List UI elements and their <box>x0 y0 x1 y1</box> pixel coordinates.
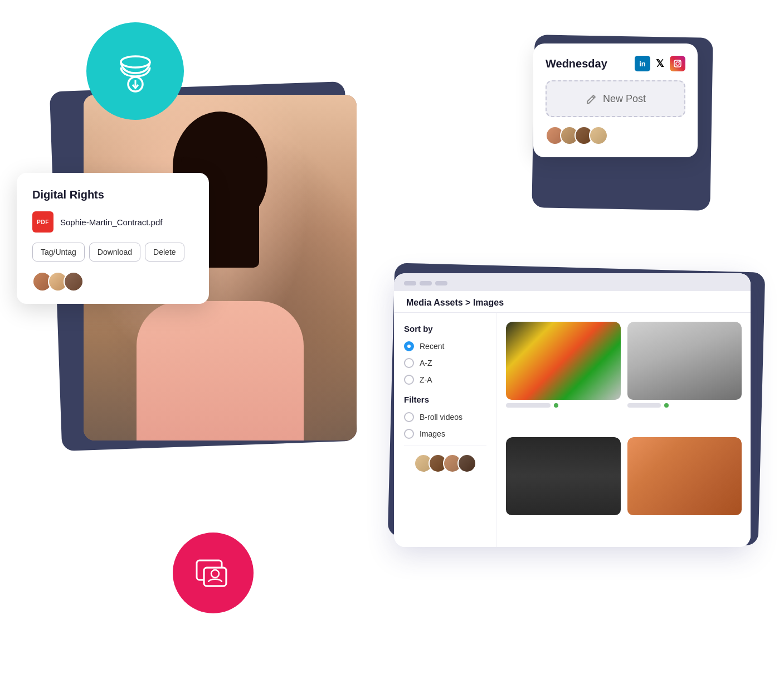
person-card-icon <box>194 554 233 593</box>
filter-images[interactable]: Images <box>404 429 486 439</box>
media-item[interactable] <box>627 437 742 538</box>
action-buttons: Tag/Untag Download Delete <box>32 243 193 262</box>
edit-icon <box>585 93 597 105</box>
media-content: Sort by Recent A-Z Z-A Filters <box>394 313 751 547</box>
social-avatars <box>546 126 685 145</box>
radio-za[interactable] <box>404 375 414 385</box>
media-image-colorful-clothes <box>506 322 621 400</box>
radio-recent[interactable] <box>404 341 414 351</box>
avatar <box>589 126 608 145</box>
teal-circle <box>86 22 184 120</box>
window-control-dot <box>420 281 432 285</box>
social-card: Wednesday in 𝕏 New Post <box>533 43 698 157</box>
x-icon: 𝕏 <box>656 57 664 70</box>
database-download-icon <box>110 46 160 96</box>
window-control-dot <box>404 281 416 285</box>
filters-label: Filters <box>404 395 486 404</box>
media-image-gray-clothes <box>627 322 742 400</box>
pink-circle <box>173 533 254 613</box>
instagram-icon <box>670 56 685 71</box>
tag-untag-button[interactable]: Tag/Untag <box>32 243 85 262</box>
radio-broll[interactable] <box>404 412 414 422</box>
filter-images-label: Images <box>420 429 445 438</box>
svg-point-9 <box>679 61 680 62</box>
radio-images[interactable] <box>404 429 414 439</box>
radio-az[interactable] <box>404 358 414 368</box>
media-panel: Media Assets > Images Sort by Recent A-Z <box>394 273 751 547</box>
media-status-dot <box>554 403 558 408</box>
sort-by-label: Sort by <box>404 324 486 333</box>
sort-za-label: Z-A <box>420 375 432 384</box>
media-item[interactable] <box>506 437 621 538</box>
new-post-area[interactable]: New Post <box>546 80 685 117</box>
sort-recent[interactable]: Recent <box>404 341 486 351</box>
social-day: Wednesday <box>546 57 607 70</box>
sort-za[interactable]: Z-A <box>404 375 486 385</box>
scene: Digital Rights PDF Sophie-Martin_Contrac… <box>0 0 784 697</box>
filter-broll[interactable]: B-roll videos <box>404 412 486 422</box>
media-status-dot <box>664 403 669 408</box>
delete-button[interactable]: Delete <box>145 243 184 262</box>
svg-point-0 <box>121 56 150 67</box>
download-button[interactable]: Download <box>89 243 140 262</box>
avatar <box>457 454 476 473</box>
svg-point-8 <box>676 62 679 65</box>
svg-rect-7 <box>674 60 681 67</box>
breadcrumb-row: Media Assets > Images <box>394 291 751 313</box>
sort-recent-label: Recent <box>420 342 444 351</box>
svg-line-10 <box>592 96 594 98</box>
avatar <box>64 272 84 292</box>
media-sidebar: Sort by Recent A-Z Z-A Filters <box>394 313 497 547</box>
media-image-dark-pants <box>506 437 621 515</box>
media-label-bar <box>627 403 661 408</box>
media-top-bar <box>394 273 751 291</box>
linkedin-icon: in <box>635 56 650 71</box>
social-icons: in 𝕏 <box>635 56 685 71</box>
sort-az[interactable]: A-Z <box>404 358 486 368</box>
media-label-row <box>627 403 742 408</box>
pdf-icon: PDF <box>32 211 53 233</box>
media-item[interactable] <box>506 322 621 430</box>
avatar-group <box>32 272 193 292</box>
media-grid <box>497 313 751 547</box>
sort-az-label: A-Z <box>420 359 432 367</box>
window-control-dot <box>435 281 447 285</box>
social-header: Wednesday in 𝕏 <box>546 56 685 71</box>
media-label-bar <box>506 403 551 408</box>
media-avatars <box>404 446 486 481</box>
filter-broll-label: B-roll videos <box>420 413 462 422</box>
media-image-warm-clothes <box>627 437 742 515</box>
digital-rights-card: Digital Rights PDF Sophie-Martin_Contrac… <box>17 173 209 304</box>
media-item[interactable] <box>627 322 742 430</box>
breadcrumb: Media Assets > Images <box>406 298 504 308</box>
media-label-row <box>506 403 621 408</box>
new-post-text: New Post <box>603 93 646 105</box>
file-row: PDF Sophie-Martin_Contract.pdf <box>32 211 193 233</box>
card-title: Digital Rights <box>32 188 193 201</box>
person-body <box>137 301 304 441</box>
file-name: Sophie-Martin_Contract.pdf <box>60 217 162 227</box>
